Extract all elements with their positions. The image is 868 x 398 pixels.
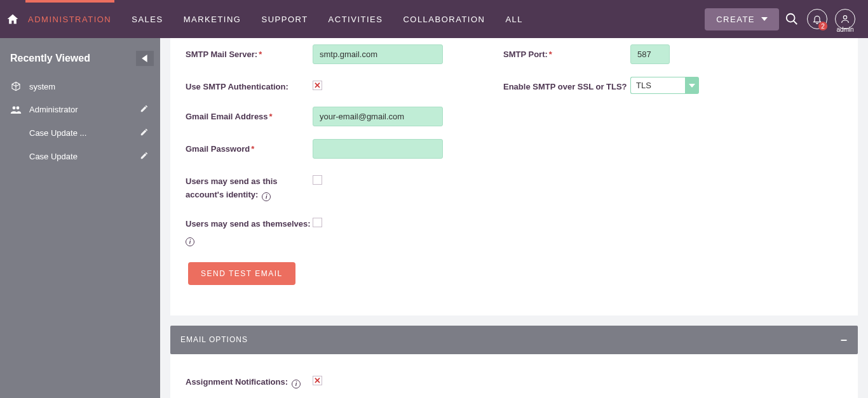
smtp-server-label: SMTP Mail Server:* [186,44,313,62]
nav-link-sales[interactable]: SALES [129,15,165,24]
smtp-form: SMTP Mail Server:* Use SMTP Authenticati… [170,38,858,315]
create-button[interactable]: CREATE [705,8,779,30]
people-icon [10,105,22,114]
assignment-notifications-label: Assignment Notifications:i [186,372,313,389]
sidebar-item-label: Case Update [29,152,132,161]
svg-point-0 [787,14,795,22]
search-icon [785,12,799,26]
send-as-identity-checkbox[interactable] [313,175,322,185]
smtp-port-label: SMTP Port:* [503,44,630,62]
chevron-down-icon [685,77,699,94]
use-auth-label: Use SMTP Authentication: [186,77,313,94]
active-tab-indicator [25,0,114,3]
sidebar-item[interactable]: Case Update ... [0,121,160,145]
enable-ssl-select[interactable]: TLS [630,77,699,94]
sidebar-item[interactable]: Case Update [0,145,160,168]
main-content: SMTP Mail Server:* Use SMTP Authenticati… [160,38,868,398]
pencil-icon[interactable] [140,128,150,138]
pencil-icon[interactable] [140,104,150,115]
user-menu[interactable]: admin [830,6,860,32]
sidebar-item[interactable]: system [0,75,160,98]
svg-point-3 [13,106,16,109]
nav-link-marketing[interactable]: MARKETING [181,15,244,24]
nav-link-all[interactable]: ALL [503,15,526,24]
notification-badge: 2 [818,22,827,30]
email-options-body: Assignment Notifications:i ✕ Email warni… [170,354,858,398]
sidebar-title: Recently Viewed [10,53,90,64]
use-auth-checkbox[interactable]: ✕ [313,81,322,90]
nav-link-collaboration[interactable]: COLLABORATION [400,15,487,24]
svg-point-4 [17,106,20,109]
chevron-down-icon [761,17,768,21]
svg-line-1 [794,21,797,25]
notifications-button[interactable]: 2 [804,6,830,32]
nav-links: ADMINISTRATIONSALESMARKETINGSUPPORTACTIV… [25,0,526,38]
sidebar-item[interactable]: Administrator [0,98,160,121]
user-label: admin [836,26,853,33]
triangle-left-icon [141,55,149,62]
search-button[interactable] [779,6,804,32]
send-as-identity-label: Users may send as this account's identit… [186,171,313,202]
sidebar-item-label: system [29,82,150,91]
sidebar-item-label: Administrator [29,105,132,114]
email-options-label: EMAIL OPTIONS [180,335,248,344]
cube-icon [10,81,22,91]
smtp-server-input[interactable] [313,44,443,64]
user-icon [840,14,850,24]
top-navbar: ADMINISTRATIONSALESMARKETINGSUPPORTACTIV… [0,0,868,38]
create-label: CREATE [716,15,755,24]
gmail-password-label: Gmail Password* [186,139,313,156]
smtp-port-input[interactable] [630,44,670,64]
gmail-address-input[interactable] [313,107,443,126]
pencil-icon[interactable] [140,151,150,162]
gmail-password-input[interactable] [313,139,443,159]
sidebar-item-label: Case Update ... [29,128,132,138]
enable-ssl-value: TLS [630,77,685,94]
info-icon[interactable]: i [186,237,194,246]
sidebar: Recently Viewed systemAdministratorCase … [0,38,160,398]
send-as-self-checkbox[interactable] [313,218,322,227]
enable-ssl-label: Enable SMTP over SSL or TLS? [503,77,630,94]
email-options-header[interactable]: EMAIL OPTIONS – [170,326,858,354]
sidebar-collapse-button[interactable] [136,51,154,66]
nav-link-activities[interactable]: ACTIVITIES [326,15,386,24]
send-test-email-button[interactable]: SEND TEST EMAIL [188,262,295,285]
assignment-notifications-checkbox[interactable]: ✕ [313,376,322,385]
nav-link-support[interactable]: SUPPORT [259,15,310,24]
sidebar-items: systemAdministratorCase Update ...Case U… [0,75,160,168]
svg-point-2 [843,16,846,19]
nav-link-administration[interactable]: ADMINISTRATION [25,15,114,24]
minus-icon: – [841,333,848,347]
send-as-self-label: Users may send as themselves:i [186,214,313,246]
info-icon[interactable]: i [262,192,271,201]
home-icon[interactable] [0,0,25,38]
info-icon[interactable]: i [292,380,301,388]
gmail-address-label: Gmail Email Address* [186,107,313,124]
